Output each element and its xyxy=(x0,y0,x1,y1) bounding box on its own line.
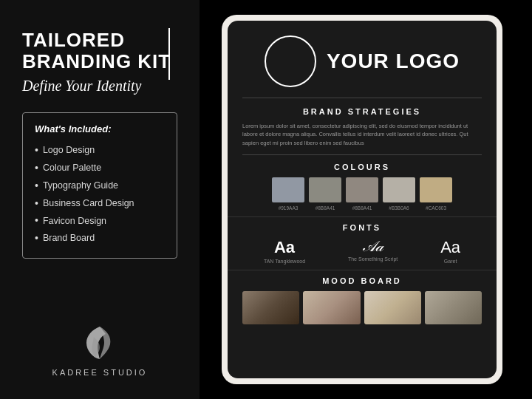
whats-included-box: What's Included: Logo Design Colour Pale… xyxy=(22,112,177,259)
left-content: TAILORED BRANDING KIT Define Your Identi… xyxy=(22,30,177,259)
brand-strategies-section: BRAND STRATEGIES Lorem ipsum dolor sit a… xyxy=(228,98,497,154)
screen-logo-text: YOUR LOGO xyxy=(327,50,460,73)
fonts-section: FONTS Aa TAN Tangklewood 𝒜𝒶 The Somethin… xyxy=(228,216,497,270)
list-item: Brand Board xyxy=(35,230,165,248)
swatch-code: #8B8A41 xyxy=(352,205,372,211)
screen-logo-section: YOUR LOGO xyxy=(228,21,497,98)
list-item: Business Card Design xyxy=(35,195,165,213)
font-display: Aa xyxy=(274,238,295,257)
colours-title: COLOURS xyxy=(242,163,482,171)
list-item: Typography Guide xyxy=(35,177,165,195)
swatch-block xyxy=(383,177,415,202)
font-name: The Something Script xyxy=(348,256,398,262)
mood-board-section: MOOD BOARD xyxy=(228,270,497,329)
swatch-code: #CAC603 xyxy=(426,205,446,211)
swatch-2: #8B8A41 xyxy=(309,177,341,211)
brand-strategies-title: BRAND STRATEGIES xyxy=(242,107,482,116)
italic-subtitle: Define Your Identity xyxy=(22,78,177,95)
whats-included-label: What's Included: xyxy=(35,123,165,134)
kadree-logo-icon xyxy=(78,321,122,365)
mood-board-title: MOOD BOARD xyxy=(242,276,482,285)
swatch-5: #CAC603 xyxy=(420,177,452,211)
font-sample-3: Aa Garet xyxy=(440,238,460,264)
decorative-line xyxy=(168,28,170,80)
font-sample-1: Aa TAN Tangklewood xyxy=(264,238,305,264)
right-panel: YOUR LOGO BRAND STRATEGIES Lorem ipsum d… xyxy=(200,0,532,399)
brand-description: Lorem ipsum dolor sit amet, consectetur … xyxy=(242,122,482,147)
font-name: Garet xyxy=(444,259,457,264)
colours-section: COLOURS #919AA3 #8B8A41 #8B8A41 xyxy=(228,155,497,216)
included-list: Logo Design Colour Palette Typography Gu… xyxy=(35,142,165,248)
list-item: Logo Design xyxy=(35,142,165,160)
brand-name: KADREE STUDIO xyxy=(52,368,148,377)
brand-logo-section: KADREE STUDIO xyxy=(22,321,177,377)
mood-image-2 xyxy=(303,291,360,324)
colour-swatches: #919AA3 #8B8A41 #8B8A41 #B3B0A6 xyxy=(242,177,482,211)
tablet-screen: YOUR LOGO BRAND STRATEGIES Lorem ipsum d… xyxy=(228,21,497,378)
swatch-block xyxy=(346,177,378,202)
font-display: Aa xyxy=(440,238,460,257)
left-panel: TAILORED BRANDING KIT Define Your Identi… xyxy=(0,0,200,399)
swatch-code: #919AA3 xyxy=(279,205,299,211)
swatch-code: #8B8A41 xyxy=(316,205,335,211)
font-samples: Aa TAN Tangklewood 𝒜𝒶 The Something Scri… xyxy=(242,238,482,264)
swatch-1: #919AA3 xyxy=(272,177,304,211)
swatch-3: #8B8A41 xyxy=(346,177,378,211)
logo-circle xyxy=(265,35,316,87)
list-item: Colour Palette xyxy=(35,160,165,177)
mood-images xyxy=(242,291,482,324)
fonts-title: FONTS xyxy=(242,223,482,232)
mood-image-3 xyxy=(364,291,421,324)
mood-image-4 xyxy=(425,291,482,324)
swatch-block xyxy=(272,177,304,202)
swatch-block xyxy=(420,177,452,202)
font-sample-2: 𝒜𝒶 The Something Script xyxy=(348,238,398,262)
swatch-4: #B3B0A6 xyxy=(383,177,415,211)
mood-image-1 xyxy=(242,291,299,324)
list-item: Favicon Design xyxy=(35,212,165,230)
font-name: TAN Tangklewood xyxy=(264,259,305,264)
main-title: TAILORED BRANDING KIT xyxy=(22,30,177,72)
font-display-script: 𝒜𝒶 xyxy=(363,238,383,255)
swatch-block xyxy=(309,177,341,202)
tablet-mockup: YOUR LOGO BRAND STRATEGIES Lorem ipsum d… xyxy=(222,15,502,384)
swatch-code: #B3B0A6 xyxy=(389,205,409,211)
